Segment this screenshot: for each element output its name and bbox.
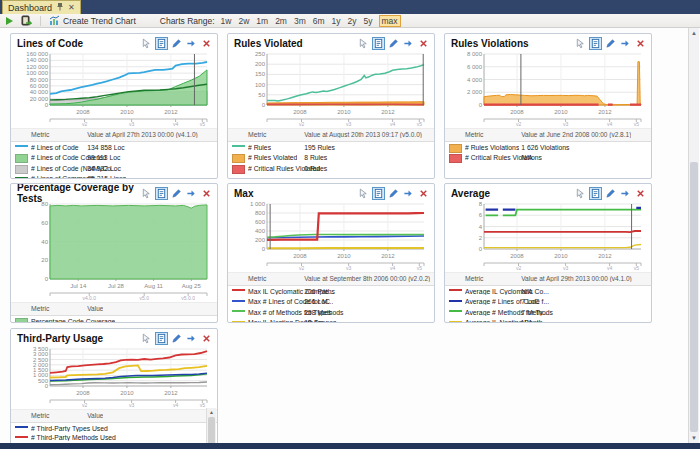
- pointer-icon[interactable]: [140, 332, 153, 345]
- svg-text:8 000: 8 000: [467, 51, 483, 57]
- close-icon[interactable]: [417, 37, 430, 50]
- metric-row[interactable]: # Lines of Code Covered99 113 Loc: [11, 153, 217, 164]
- dashboard-content: Lines of Code020 00040 00060 00080 00010…: [0, 28, 700, 443]
- svg-text:0: 0: [45, 276, 49, 282]
- pointer-icon[interactable]: [574, 187, 587, 200]
- export-icon[interactable]: [372, 37, 385, 50]
- trend-chart-plot[interactable]: 020 00040 00060 00080 000100 000120 0001…: [16, 51, 212, 127]
- scroll-up-icon[interactable]: ▲: [689, 28, 699, 38]
- legend-swatch: [232, 300, 245, 302]
- edit-icon[interactable]: [604, 37, 617, 50]
- export-icon[interactable]: [155, 37, 168, 50]
- tab-dashboard[interactable]: Dashboard ✕: [2, 0, 81, 14]
- pointer-icon[interactable]: [574, 37, 587, 50]
- metric-row[interactable]: Max # of Methods for Types258 Methods: [228, 307, 434, 318]
- metric-row[interactable]: # Third-Party Types Used: [11, 423, 217, 433]
- legend-swatch: [449, 154, 462, 163]
- trend-chart-plot[interactable]: 05001 0001 5002 0002 5003 0003 500200820…: [16, 346, 212, 408]
- pin-icon[interactable]: [56, 2, 64, 13]
- goto-icon[interactable]: [619, 187, 632, 200]
- pointer-icon[interactable]: [140, 187, 153, 200]
- metric-name: # Third-Party Methods Used: [31, 434, 116, 441]
- goto-icon[interactable]: [185, 332, 198, 345]
- metric-row[interactable]: Max IL Cyclomatic Comple...206 Paths: [228, 286, 434, 297]
- edit-icon[interactable]: [170, 332, 183, 345]
- close-icon[interactable]: [417, 187, 430, 200]
- trend-chart-plot[interactable]: 02 0004 0006 0008 000200820102012v2v3v4v…: [450, 51, 646, 127]
- goto-icon[interactable]: [185, 187, 198, 200]
- close-icon[interactable]: [200, 37, 213, 50]
- metric-row[interactable]: Average IL Nesting Depth ...N/A: [445, 318, 651, 324]
- pointer-icon[interactable]: [357, 37, 370, 50]
- close-icon[interactable]: [634, 187, 647, 200]
- metric-row[interactable]: Max # Lines of Code for M...266 LoC: [228, 297, 434, 308]
- metric-row[interactable]: # Third-Party Methods Used: [11, 433, 217, 443]
- range-option-2m[interactable]: 2m: [274, 16, 288, 26]
- vertical-scrollbar[interactable]: ▲ ▼: [688, 28, 699, 443]
- scrollbar-thumb[interactable]: [690, 162, 698, 432]
- table-scrollbar[interactable]: ▲▼: [206, 408, 216, 443]
- metric-value: 0 Rules: [304, 165, 327, 172]
- metric-row[interactable]: # Lines of Code (NotMyCo...34 932 Loc: [11, 163, 217, 174]
- close-tab-icon[interactable]: ✕: [68, 4, 75, 12]
- metric-row[interactable]: Average # Lines of Code f...7 LoC: [445, 297, 651, 308]
- edit-icon[interactable]: [387, 187, 400, 200]
- run-analysis-button[interactable]: [4, 15, 15, 27]
- range-option-1y[interactable]: 1y: [331, 16, 342, 26]
- metric-row[interactable]: # Critical Rules Violated0 Rules: [228, 163, 434, 174]
- export-icon[interactable]: [155, 332, 168, 345]
- metric-row[interactable]: Percentage Code Coverage: [11, 316, 217, 323]
- create-trend-chart-button[interactable]: Create Trend Chart: [47, 15, 138, 27]
- range-option-2w[interactable]: 2w: [237, 16, 250, 26]
- goto-icon[interactable]: [402, 37, 415, 50]
- range-option-5y[interactable]: 5y: [363, 16, 374, 26]
- metric-value: 266 LoC: [304, 298, 330, 305]
- range-option-1m[interactable]: 1m: [255, 16, 269, 26]
- svg-text:60: 60: [41, 220, 48, 226]
- trend-chart-plot[interactable]: 020406080Jul 14Jul 28Aug 11Aug 25v4.0.0v…: [16, 201, 212, 301]
- svg-text:0: 0: [262, 102, 266, 108]
- panel-title: Third-Party Usage: [17, 333, 103, 344]
- trend-chart-plot[interactable]: 02468200820102012v2v3v4v5: [450, 201, 646, 271]
- metric-row[interactable]: # Critical Rules ViolationsN/A: [445, 153, 651, 164]
- range-option-max[interactable]: max: [379, 15, 401, 27]
- metric-row[interactable]: # Rules Violated8 Rules: [228, 153, 434, 164]
- export-icon[interactable]: [589, 37, 602, 50]
- table-scroll-up-icon[interactable]: ▲: [207, 408, 216, 416]
- edit-icon[interactable]: [387, 37, 400, 50]
- edit-icon[interactable]: [170, 37, 183, 50]
- goto-icon[interactable]: [619, 37, 632, 50]
- compare-baseline-button[interactable]: [19, 15, 34, 27]
- scroll-down-icon[interactable]: ▼: [689, 433, 699, 443]
- pointer-icon[interactable]: [357, 187, 370, 200]
- export-icon[interactable]: [589, 187, 602, 200]
- legend-swatch: [232, 145, 245, 147]
- edit-icon[interactable]: [604, 187, 617, 200]
- trend-chart-plot[interactable]: 02004006008001 000200820102012v2v3v4v5: [233, 201, 429, 271]
- metric-row[interactable]: # Rules Violations1 626 Violations: [445, 142, 651, 153]
- metric-row[interactable]: # Rules195 Rules: [228, 142, 434, 153]
- trend-chart-plot[interactable]: 050100150200250200820102012v2v3v4v5: [233, 51, 429, 127]
- range-option-2y[interactable]: 2y: [347, 16, 358, 26]
- metric-column-header: Metric: [248, 131, 267, 138]
- edit-icon[interactable]: [170, 187, 183, 200]
- range-option-3m[interactable]: 3m: [293, 16, 307, 26]
- pointer-icon[interactable]: [140, 37, 153, 50]
- value-column-header: Value at April 29th 2013 00:00 (v4.1.0): [521, 275, 631, 282]
- close-icon[interactable]: [200, 332, 213, 345]
- svg-text:v5: v5: [200, 402, 206, 408]
- metric-row[interactable]: # Lines of Comments65 215 Lines: [11, 174, 217, 180]
- metric-row[interactable]: Average IL Cyclomatic Co...N/A: [445, 286, 651, 297]
- metric-row[interactable]: Max IL Nesting Depth for ...18 Scopes: [228, 318, 434, 324]
- metric-row[interactable]: # Lines of Code134 858 Loc: [11, 142, 217, 153]
- close-icon[interactable]: [634, 37, 647, 50]
- range-option-6m[interactable]: 6m: [312, 16, 326, 26]
- close-icon[interactable]: [200, 187, 213, 200]
- goto-icon[interactable]: [185, 37, 198, 50]
- table-scrollbar-thumb[interactable]: [208, 417, 215, 443]
- export-icon[interactable]: [155, 187, 168, 200]
- export-icon[interactable]: [372, 187, 385, 200]
- goto-icon[interactable]: [402, 187, 415, 200]
- range-option-1w[interactable]: 1w: [220, 16, 233, 26]
- metric-row[interactable]: Average # Methods for Ty...7 Methods: [445, 307, 651, 318]
